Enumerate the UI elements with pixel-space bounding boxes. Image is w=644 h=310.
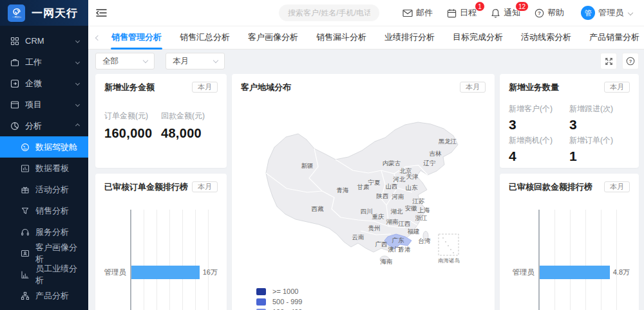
schedule-button[interactable]: 日程 1 <box>447 7 477 19</box>
dashboard-grid: 新增业务金额 本月 订单金额(元) 160,000 回款金额(元) 48,000 <box>95 74 639 310</box>
stat-new-opportunities: 新增商机(个) 4 <box>509 135 569 164</box>
stat-label: 新增客户(个) <box>509 104 569 114</box>
china-map[interactable]: 黑龙江 吉林 辽宁 内蒙古 北京 天津 河北 山西 山东 新疆 宁夏 甘肃 青海… <box>232 95 495 281</box>
help-panel-button[interactable]: ? <box>622 53 639 69</box>
logo-caption: 一网天行 <box>12 16 21 18</box>
sidebar-item-label: 员工业绩分析 <box>35 263 79 286</box>
tab-activity-leads[interactable]: 活动线索分析 <box>515 26 577 50</box>
top-bar: 邮件 日程 1 通知 12 ? 帮助 管 管理员 <box>88 0 644 26</box>
stat-value: 4 <box>509 149 569 164</box>
bell-icon <box>491 8 500 18</box>
tab-bar: 销售管理分析 销售汇总分析 客户画像分析 销售漏斗分析 业绩排行分析 目标完成分… <box>88 26 644 50</box>
sidebar-item-staff-performance[interactable]: 员工业绩分析 <box>0 264 88 285</box>
fullscreen-button[interactable] <box>600 53 617 69</box>
svg-text:香港: 香港 <box>399 246 412 253</box>
card-title: 新增业务金额 <box>104 82 155 93</box>
tab-sales-summary[interactable]: 销售汇总分析 <box>174 26 236 50</box>
bar-board-icon <box>21 164 30 173</box>
menu-fold-icon[interactable] <box>96 8 107 18</box>
legend-label: 500 - 999 <box>272 298 302 305</box>
sidebar-item-service-analysis[interactable]: 服务分析 <box>0 221 88 242</box>
chart-plot-area: 管理员 16万 <box>130 210 218 310</box>
pie-chart-icon <box>10 122 19 131</box>
svg-text:江西: 江西 <box>398 220 411 227</box>
svg-text:新疆: 新疆 <box>301 162 314 169</box>
sidebar-item-label: 服务分析 <box>35 226 69 238</box>
tab-performance-rank[interactable]: 业绩排行分析 <box>379 26 440 50</box>
id-card-icon <box>21 249 30 258</box>
brand-name: 一网天行 <box>32 6 78 21</box>
svg-text:重庆: 重庆 <box>372 213 385 220</box>
card-region-distribution: 客户地域分布 本月 <box>232 74 495 310</box>
briefcase-icon <box>10 58 19 67</box>
chart-bar[interactable] <box>540 266 610 279</box>
svg-text:贵州: 贵州 <box>368 224 381 232</box>
order-rank-chart: 管理员 16万 <box>104 210 218 310</box>
period-select[interactable]: 本月 <box>166 53 225 69</box>
funnel-icon <box>21 206 30 215</box>
sidebar-item-data-cockpit[interactable]: 数据驾驶舱 <box>0 136 88 158</box>
svg-text:广东: 广东 <box>392 237 405 244</box>
stat-label: 新增订单(个) <box>569 135 630 146</box>
card-payment-amount-rank: 已审核回款金额排行榜 本月 管理员 4.8万 <box>500 174 639 310</box>
sidebar-item-sales-analysis[interactable]: 销售分析 <box>0 200 88 221</box>
notice-button[interactable]: 通知 12 <box>491 7 520 19</box>
sidebar-item-qiwei[interactable]: 企微 <box>0 73 88 94</box>
svg-text:吉林: 吉林 <box>430 150 442 157</box>
sidebar-item-product-analysis[interactable]: 产品分析 <box>0 285 88 306</box>
stat-label: 新增跟进(次) <box>569 104 630 114</box>
chevron-down-icon <box>75 60 80 64</box>
sidebar-item-data-board[interactable]: 数据看板 <box>0 158 88 179</box>
sidebar-item-label: 数据驾驶舱 <box>35 141 77 153</box>
chevron-down-icon <box>213 58 218 63</box>
card-title: 新增业务数量 <box>509 82 559 93</box>
sidebar-item-activity-analysis[interactable]: 活动分析 <box>0 179 88 200</box>
avatar: 管 <box>581 6 595 20</box>
card-title: 已审核订单金额排行榜 <box>104 181 188 193</box>
legend-item: >= 1000 <box>256 286 486 296</box>
tab-sales-funnel[interactable]: 销售漏斗分析 <box>310 26 372 50</box>
sidebar-item-project[interactable]: 项目 <box>0 94 88 115</box>
svg-text:天津: 天津 <box>406 173 419 180</box>
stat-value: 3 <box>569 117 630 132</box>
tab-customer-portrait[interactable]: 客户画像分析 <box>242 26 304 50</box>
tabs-scroll-left[interactable] <box>93 36 102 40</box>
scope-select-value: 全部 <box>102 57 118 66</box>
sidebar-item-analysis[interactable]: 分析 <box>0 115 88 136</box>
help-button[interactable]: ? 帮助 <box>535 7 564 19</box>
schedule-badge: 1 <box>475 1 485 12</box>
chart-bar-value: 4.8万 <box>613 268 630 277</box>
chevron-up-icon <box>75 123 80 128</box>
swirl-icon <box>12 8 21 16</box>
tab-product-sales[interactable]: 产品销量分析 <box>583 26 644 50</box>
search-input[interactable] <box>279 5 379 21</box>
grid-icon <box>10 37 19 46</box>
stat-value: 1 <box>569 149 630 164</box>
svg-text:青海: 青海 <box>337 187 350 194</box>
svg-text:海南: 海南 <box>381 258 393 265</box>
svg-text:河北: 河北 <box>393 176 406 183</box>
question-circle-icon: ? <box>626 57 635 66</box>
legend-label: >= 1000 <box>272 287 298 295</box>
svg-text:河南: 河南 <box>392 193 404 200</box>
period-badge: 本月 <box>192 181 218 192</box>
scope-select[interactable]: 全部 <box>95 53 155 69</box>
help-icon: ? <box>535 8 544 18</box>
gauge-icon <box>21 143 30 152</box>
stat-new-customers: 新增客户(个) 3 <box>509 104 569 132</box>
chart-bar[interactable] <box>131 266 200 279</box>
stat-value: 3 <box>509 117 569 132</box>
sidebar-item-customer-portrait[interactable]: 客户画像分析 <box>0 242 88 264</box>
tab-sales-management[interactable]: 销售管理分析 <box>106 26 167 50</box>
sidebar-item-label: 工作 <box>25 57 42 68</box>
user-menu[interactable]: 管 管理员 <box>581 6 632 20</box>
svg-text:湖南: 湖南 <box>386 218 399 225</box>
sidebar-item-label: CRM <box>25 36 44 46</box>
svg-text:福建: 福建 <box>408 228 420 235</box>
mail-button[interactable]: 邮件 <box>402 7 433 19</box>
sidebar-item-work[interactable]: 工作 <box>0 51 88 73</box>
tab-goal-completion[interactable]: 目标完成分析 <box>447 26 509 50</box>
sidebar-item-crm[interactable]: CRM <box>0 30 88 51</box>
chevron-down-icon <box>628 10 633 15</box>
period-badge: 本月 <box>460 82 486 93</box>
